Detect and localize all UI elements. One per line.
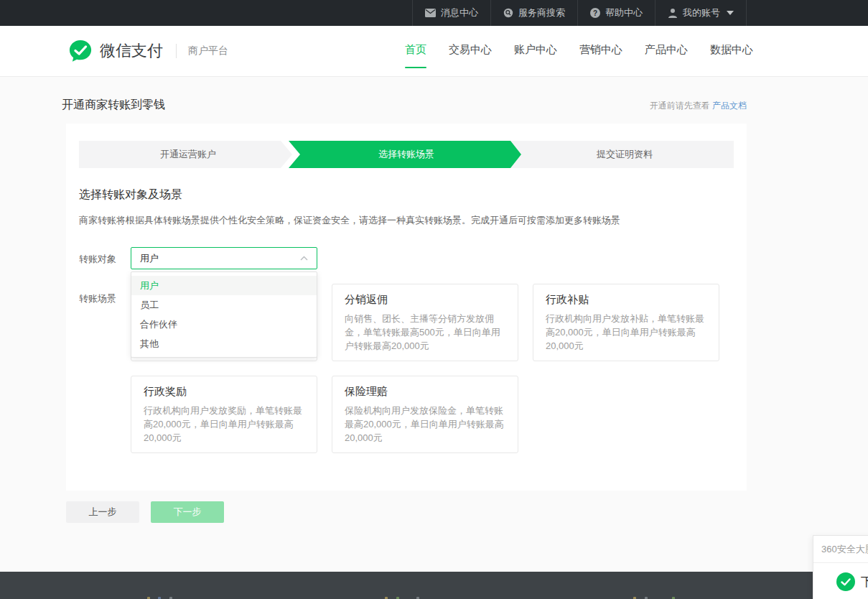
selected-value: 用户 <box>140 252 159 265</box>
section-description: 商家转账将根据具体转账场景提供个性化安全策略，保证资金安全，请选择一种真实转账场… <box>79 214 734 227</box>
nav-item-transactions[interactable]: 交易中心 <box>449 43 492 60</box>
scene-card-desc: 行政机构向用户发放奖励，单笔转账最高20,000元，单日向单用户转账最高20,0… <box>144 404 304 445</box>
step-3-submit-proof: 提交证明资料 <box>515 141 734 168</box>
nav-item-account-center[interactable]: 账户中心 <box>514 43 557 60</box>
transfer-target-dropdown: 用户 员工 合作伙伴 其他 <box>131 271 317 358</box>
popup-body: 下 <box>813 563 868 591</box>
main-panel: 开通运营账户 选择转账场景 提交证明资料 选择转账对象及场景 商家转账将根据具体… <box>66 124 747 491</box>
nav-item-home[interactable]: 首页 <box>405 43 426 60</box>
doc-hint-text: 开通前请先查看 <box>650 101 712 111</box>
doc-hint: 开通前请先查看 产品文档 <box>650 100 747 112</box>
nav-item-product-center[interactable]: 产品中心 <box>645 43 688 60</box>
section-title: 选择转账对象及场景 <box>79 187 734 203</box>
security-popup-360[interactable]: 360安全大脑 下 <box>813 535 868 599</box>
product-doc-link[interactable]: 产品文档 <box>712 101 747 111</box>
search-icon <box>503 8 513 18</box>
wechat-pay-logo[interactable]: 微信支付 <box>68 39 163 63</box>
option-user[interactable]: 用户 <box>131 276 317 295</box>
option-employee[interactable]: 员工 <box>131 295 317 315</box>
transfer-target-label: 转账对象 <box>79 247 131 269</box>
transfer-target-row: 转账对象 用户 用户 员工 合作伙伴 其他 <box>79 247 734 269</box>
topbar-item-messages[interactable]: 消息中心 <box>412 0 490 26</box>
mail-icon <box>425 9 436 17</box>
main-nav: 首页 交易中心 账户中心 营销中心 产品中心 数据中心 <box>405 43 753 60</box>
transfer-target-select-wrap: 用户 用户 员工 合作伙伴 其他 <box>131 247 317 269</box>
scene-card-commission[interactable]: 分销返佣 向销售、团长、主播等分销方发放佣金，单笔转账最高500元，单日向单用户… <box>332 284 518 361</box>
footer <box>0 572 868 599</box>
scene-card-subsidy[interactable]: 行政补贴 行政机构向用户发放补贴，单笔转账最高20,000元，单日向单用户转账最… <box>533 284 719 361</box>
check-circle-icon <box>836 572 855 591</box>
transfer-scene-label: 转账场景 <box>79 284 131 453</box>
header-divider <box>176 44 177 58</box>
scene-card-title: 行政补贴 <box>546 292 706 306</box>
topbar-item-label: 我的账号 <box>683 6 720 19</box>
chevron-up-icon <box>300 256 308 261</box>
svg-text:?: ? <box>593 9 597 17</box>
scene-card-desc: 保险机构向用户发放保险金，单笔转账最高20,000元，单日向单用户转账最高20,… <box>345 404 505 445</box>
step-1-open-account: 开通运营账户 <box>79 141 297 168</box>
topbar: 消息中心 服务商搜索 ? 帮助中心 我的账号 <box>0 0 868 26</box>
scene-card-desc: 行政机构向用户发放补贴，单笔转账最高20,000元，单日向单用户转账最高20,0… <box>546 312 706 353</box>
user-icon <box>668 8 678 18</box>
topbar-item-label: 服务商搜索 <box>518 6 565 19</box>
scene-card-reward[interactable]: 行政奖励 行政机构向用户发放奖励，单笔转账最高20,000元，单日向单用户转账最… <box>131 376 317 453</box>
step-indicator: 开通运营账户 选择转账场景 提交证明资料 <box>79 141 734 168</box>
brand-name: 微信支付 <box>100 40 163 62</box>
nav-item-marketing-center[interactable]: 营销中心 <box>579 43 622 60</box>
page-title: 开通商家转账到零钱 <box>62 98 165 113</box>
nav-item-data-center[interactable]: 数据中心 <box>710 43 753 60</box>
topbar-item-account[interactable]: 我的账号 <box>655 0 747 26</box>
topbar-item-help[interactable]: ? 帮助中心 <box>577 0 655 26</box>
popup-clipped-text: 下 <box>861 574 868 590</box>
option-partner[interactable]: 合作伙伴 <box>131 315 317 334</box>
topbar-item-label: 消息中心 <box>441 6 478 19</box>
scene-card-insurance[interactable]: 保险理赔 保险机构向用户发放保险金，单笔转账最高20,000元，单日向单用户转账… <box>332 376 518 453</box>
popup-title: 360安全大脑 <box>813 536 868 563</box>
transfer-target-select[interactable]: 用户 <box>131 247 317 269</box>
option-other[interactable]: 其他 <box>131 334 317 353</box>
next-step-button[interactable]: 下一步 <box>151 501 224 523</box>
scene-card-title: 行政奖励 <box>144 384 304 398</box>
step-2-choose-scene: 选择转账场景 <box>297 141 515 168</box>
platform-subtitle: 商户平台 <box>188 45 228 57</box>
header: 微信支付 商户平台 首页 交易中心 账户中心 营销中心 产品中心 数据中心 <box>0 26 868 77</box>
topbar-item-sp-search[interactable]: 服务商搜索 <box>490 0 577 26</box>
scene-card-desc: 向销售、团长、主播等分销方发放佣金，单笔转账最高500元，单日向单用户转账最高2… <box>345 312 505 353</box>
page-head: 开通商家转账到零钱 开通前请先查看 产品文档 <box>62 98 747 113</box>
topbar-item-label: 帮助中心 <box>605 6 643 19</box>
prev-step-button[interactable]: 上一步 <box>66 501 139 523</box>
action-buttons: 上一步 下一步 <box>66 501 868 523</box>
chevron-down-icon <box>727 11 734 15</box>
scene-card-title: 保险理赔 <box>345 384 505 398</box>
wechat-pay-logo-icon <box>68 39 93 63</box>
help-icon: ? <box>590 8 600 18</box>
scene-card-title: 分销返佣 <box>345 292 505 306</box>
